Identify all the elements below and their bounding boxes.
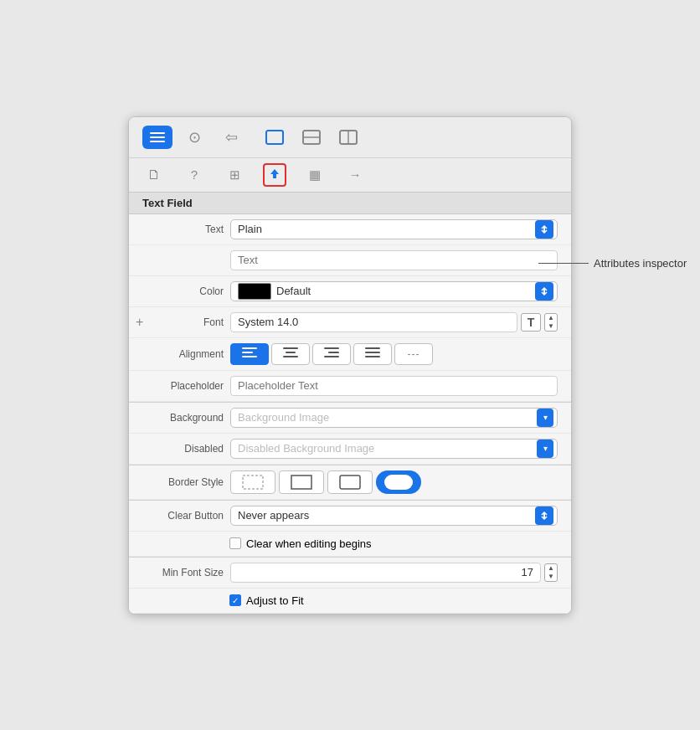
font-row-content: System 14.0 T ▲ ▼ [230, 312, 558, 332]
border-bezel-button[interactable] [327, 470, 373, 494]
background-dropdown-arrow: ▾ [537, 409, 553, 427]
clear-button-row: Clear Button Never appears [129, 501, 571, 532]
plus-icon[interactable]: + [136, 315, 143, 330]
layout-btn-3[interactable] [333, 126, 363, 149]
section-title: Text Field [129, 193, 571, 214]
disabled-dropdown-placeholder: Disabled Background Image [238, 442, 537, 455]
font-label: Font [142, 316, 230, 328]
border-rounded-inner [384, 475, 413, 490]
tab-file[interactable]: 🗋 [142, 163, 166, 187]
tab-ruler[interactable]: ▦ [303, 163, 327, 187]
border-style-group [230, 470, 421, 494]
placeholder-input[interactable] [230, 376, 558, 396]
font-row: + Font System 14.0 T ▲ ▼ [129, 307, 571, 338]
clear-button-dropdown-arrow [535, 506, 553, 525]
clear-button-label: Clear Button [142, 510, 230, 522]
align-left-button[interactable] [230, 343, 269, 365]
font-stepper[interactable]: ▲ ▼ [544, 313, 558, 332]
text-input-field[interactable] [230, 250, 558, 270]
adjust-fit-checkbox[interactable] [229, 594, 241, 606]
clear-button-row-content: Never appears [230, 506, 558, 526]
disabled-row-content: Disabled Background Image ▾ [230, 439, 558, 459]
svg-rect-3 [266, 131, 283, 144]
font-field[interactable]: System 14.0 [230, 312, 517, 332]
tab-attributes[interactable] [263, 163, 286, 187]
border-style-label: Border Style [142, 476, 230, 488]
min-font-size-value: 17 [522, 566, 533, 578]
disabled-dropdown[interactable]: Disabled Background Image ▾ [230, 439, 558, 459]
tab-grid[interactable]: ⊞ [223, 163, 246, 187]
border-style-row-content [230, 470, 558, 494]
adjust-fit-row: Adjust to Fit [129, 589, 571, 614]
color-swatch [238, 283, 271, 300]
disabled-dropdown-arrow: ▾ [537, 440, 553, 458]
min-font-size-label: Min Font Size [142, 567, 230, 578]
placeholder-label: Placeholder [142, 380, 230, 392]
border-none-button[interactable] [230, 470, 275, 494]
min-font-size-field[interactable]: 17 [230, 563, 541, 583]
svg-rect-22 [291, 476, 311, 489]
inspector-tab-bar: 🗋 ? ⊞ ▦ → [129, 158, 571, 193]
font-value: System 14.0 [238, 316, 298, 328]
svg-rect-23 [340, 476, 360, 489]
font-t-button[interactable]: T [521, 313, 541, 332]
min-font-size-stepper[interactable]: ▲ ▼ [544, 563, 558, 582]
clear-editing-row: Clear when editing begins [129, 532, 571, 557]
back-button[interactable]: ⇦ [216, 126, 246, 149]
disabled-label: Disabled [142, 443, 230, 455]
layout-btn-1[interactable] [260, 126, 290, 149]
color-dropdown-arrow [535, 282, 553, 301]
text-row: Text Plain [129, 214, 571, 245]
color-row-content: Default [230, 281, 558, 301]
align-left-icon [241, 346, 258, 362]
toolbar-top: ⊙ ⇦ [129, 117, 571, 158]
clear-editing-label: Clear when editing begins [246, 537, 372, 550]
align-button[interactable] [142, 126, 172, 149]
tab-arrow[interactable]: → [343, 163, 367, 187]
align-none-icon: --- [408, 348, 420, 360]
align-center-icon [282, 346, 299, 362]
align-right-icon [323, 346, 340, 362]
align-justify-icon [364, 346, 381, 362]
disabled-row: Disabled Disabled Background Image ▾ [129, 434, 571, 465]
color-label: Color [142, 285, 230, 297]
tab-help[interactable]: ? [183, 163, 206, 187]
align-none-button[interactable]: --- [394, 343, 433, 365]
border-style-row: Border Style [129, 465, 571, 500]
text-dropdown[interactable]: Plain [230, 219, 558, 239]
text-dropdown-arrow [535, 220, 553, 239]
clear-button-value: Never appears [238, 509, 535, 522]
alignment-row-content: --- [230, 343, 558, 365]
inspector-content: Text Plain Color [129, 214, 571, 614]
alignment-group: --- [230, 343, 433, 365]
layout-btn-2[interactable] [296, 126, 327, 149]
border-rounded-button[interactable] [376, 470, 421, 494]
background-label: Background [142, 412, 230, 424]
background-dropdown[interactable]: Background Image ▾ [230, 408, 558, 428]
alignment-row: Alignment [129, 338, 571, 371]
toolbar-group-right [260, 126, 363, 149]
placeholder-row-content [230, 376, 558, 396]
background-row-content: Background Image ▾ [230, 408, 558, 428]
min-font-size-row-content: 17 ▲ ▼ [230, 563, 558, 583]
text-placeholder-row [129, 245, 571, 276]
color-dropdown-value: Default [276, 285, 535, 297]
attr-inspector-callout: Attributes inspector [538, 257, 687, 270]
link-button[interactable]: ⊙ [179, 126, 209, 149]
toolbar-group-left: ⊙ ⇦ [142, 126, 246, 149]
alignment-label: Alignment [142, 348, 230, 360]
adjust-fit-label: Adjust to Fit [246, 594, 304, 607]
clear-button-dropdown[interactable]: Never appears [230, 506, 558, 526]
align-center-button[interactable] [271, 343, 310, 365]
clear-editing-checkbox[interactable] [229, 537, 241, 549]
attr-inspector-label: Attributes inspector [594, 257, 687, 270]
border-line-button[interactable] [279, 470, 324, 494]
text-row-content: Plain [230, 219, 558, 239]
align-right-button[interactable] [312, 343, 351, 365]
attr-callout-line [538, 263, 589, 264]
align-justify-button[interactable] [353, 343, 392, 365]
text-label: Text [142, 224, 230, 235]
text-placeholder-content [230, 250, 558, 270]
color-dropdown[interactable]: Default [230, 281, 558, 301]
placeholder-row: Placeholder [129, 371, 571, 402]
